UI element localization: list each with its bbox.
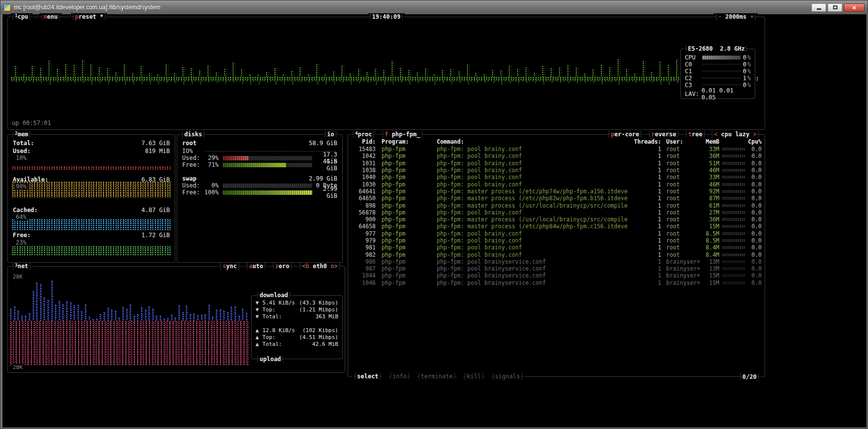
- close-button[interactable]: ×: [844, 3, 865, 12]
- cpu-panel-title[interactable]: 1cpu: [11, 13, 32, 20]
- process-row[interactable]: 982php-fpmphp-fpm: pool brainy.conf1root…: [351, 251, 762, 258]
- download-title: download: [256, 292, 292, 299]
- process-program: php-fpm: [376, 167, 433, 174]
- process-cpu-graph: [722, 190, 745, 193]
- column-memb[interactable]: MemB: [698, 138, 719, 145]
- process-row[interactable]: 1042php-fpmphp-fpm: pool brainy.conf1roo…: [351, 153, 762, 159]
- process-threads: 1: [633, 223, 661, 230]
- process-threads: 1: [633, 244, 661, 251]
- sort-prev-button[interactable]: <: [714, 131, 717, 138]
- process-row[interactable]: 1031php-fpmphp-fpm: pool brainy.conf1roo…: [351, 160, 762, 167]
- process-row[interactable]: 900php-fpmphp-fpm: master process (/usr/…: [351, 216, 762, 223]
- column-threads[interactable]: Threads:: [633, 138, 661, 145]
- process-mem: 33M: [698, 146, 719, 153]
- cpu-core-row: C21%: [685, 75, 751, 81]
- process-mem: 92M: [698, 188, 719, 195]
- download-stat-row: ▼Top:(1.21 Mibps): [256, 306, 338, 313]
- column-program[interactable]: Program:: [376, 138, 433, 145]
- select-button[interactable]: select: [354, 373, 382, 380]
- process-command: php-fpm: pool brainyservice.conf: [433, 258, 633, 265]
- upload-stats: ▲12.8 KiB/s(102 Kibps)▲Top:(4.51 Mibps)▲…: [256, 327, 338, 348]
- tab-tree[interactable]: tree: [684, 131, 707, 138]
- download-stat-label: Top:: [262, 306, 276, 313]
- download-stats: ▼5.41 KiB/s(43.3 Kibps)▼Top:(1.21 Mibps)…: [256, 300, 338, 320]
- process-row[interactable]: 64658php-fpmphp-fpm: master process (/et…: [351, 223, 762, 230]
- memory-panel-title[interactable]: 2mem: [11, 131, 32, 138]
- tab-auto[interactable]: auto: [245, 263, 267, 270]
- column-pid[interactable]: Pid:: [351, 138, 376, 145]
- interval-increase-button[interactable]: +: [750, 13, 754, 20]
- process-row[interactable]: 56878php-fpmphp-fpm: pool brainy.conf1ro…: [351, 209, 762, 216]
- preset-button[interactable]: preset *: [71, 13, 107, 20]
- titlebar[interactable]: mc [root@ub24.itdeveloper.com.ua]:/lib/s…: [0, 0, 868, 14]
- process-row[interactable]: 15483php-fpmphp-fpm: pool brainy.conf1ro…: [351, 146, 762, 153]
- process-row[interactable]: 898php-fpmphp-fpm: master process (/usr/…: [351, 202, 762, 209]
- info-button[interactable]: info: [389, 373, 410, 380]
- process-row[interactable]: 1040php-fpmphp-fpm: pool brainy.conf1roo…: [351, 174, 762, 181]
- core-label: C3: [685, 82, 700, 89]
- process-mem: 36M: [698, 153, 719, 159]
- process-row[interactable]: 977php-fpmphp-fpm: pool brainy.conf1root…: [351, 230, 762, 237]
- process-user: root: [661, 146, 698, 153]
- process-row[interactable]: 1038php-fpmphp-fpm: pool brainy.conf1roo…: [351, 167, 762, 174]
- process-pid: 987: [351, 265, 376, 272]
- process-row[interactable]: 979php-fpmphp-fpm: pool brainy.conf1root…: [351, 237, 762, 244]
- process-row[interactable]: 1046php-fpmphp-fpm: pool brainyservice.c…: [351, 279, 762, 286]
- process-cpu: 0.0: [745, 237, 762, 244]
- process-mem: 61M: [698, 202, 719, 209]
- interface-switcher[interactable]: <b eth0 n>: [298, 263, 342, 270]
- process-command: php-fpm: pool brainy.conf: [433, 174, 633, 181]
- tab-reverse[interactable]: reverse: [647, 131, 680, 138]
- process-table-body: 15483php-fpmphp-fpm: pool brainy.conf1ro…: [351, 146, 762, 369]
- network-panel-title[interactable]: 3net: [11, 263, 32, 270]
- net-scale-bottom: 28K: [12, 364, 24, 371]
- column-command[interactable]: Command:: [433, 138, 633, 145]
- process-command: php-fpm: pool brainy.conf: [433, 230, 633, 237]
- column-cpu[interactable]: Cpu%: [745, 138, 762, 145]
- interval-decrease-button[interactable]: -: [718, 13, 721, 20]
- process-command: php-fpm: pool brainy.conf: [433, 181, 633, 188]
- mem-cached-percent: 64%: [15, 214, 28, 220]
- process-threads: 1: [633, 265, 661, 272]
- tab-per-core[interactable]: per-core: [607, 131, 643, 138]
- column-user[interactable]: User:: [661, 138, 698, 145]
- process-row[interactable]: 64650php-fpmphp-fpm: master process (/et…: [351, 195, 762, 202]
- process-row[interactable]: 64641php-fpmphp-fpm: master process (/et…: [351, 188, 762, 195]
- download-arrow-icon: ▼: [256, 313, 262, 320]
- process-threads: 1: [633, 160, 661, 167]
- tab-sync[interactable]: sync: [219, 263, 241, 270]
- minimize-button[interactable]: [811, 3, 826, 12]
- process-row[interactable]: 986php-fpmphp-fpm: pool brainyservice.co…: [351, 258, 762, 265]
- interval-control[interactable]: - 2000ms +: [714, 13, 758, 20]
- io-mode-button[interactable]: io: [323, 131, 338, 138]
- kill-button[interactable]: kill: [463, 373, 484, 380]
- process-filter-input[interactable]: f php-fpm_: [381, 131, 424, 138]
- disks-panel-title[interactable]: disks: [180, 131, 206, 138]
- process-row[interactable]: 987php-fpmphp-fpm: pool brainyservice.co…: [351, 265, 762, 272]
- process-pid: 981: [351, 244, 376, 251]
- process-row[interactable]: 1044php-fpmphp-fpm: pool brainyservice.c…: [351, 272, 762, 279]
- sort-control[interactable]: < cpu lazy >: [710, 131, 761, 138]
- process-cpu-graph: [722, 148, 745, 151]
- core-value: 0: [743, 68, 746, 75]
- process-tabs: per-corereversetree: [607, 131, 707, 138]
- process-threads: 1: [633, 216, 661, 223]
- signals-button[interactable]: signals: [491, 373, 523, 380]
- process-cpu: 0.0: [745, 209, 762, 216]
- core-label: C2: [685, 75, 700, 82]
- mem-total-value: 7.63 GiB: [141, 140, 170, 147]
- sort-next-button[interactable]: >: [753, 131, 757, 138]
- menu-button[interactable]: menu: [39, 13, 62, 20]
- process-table-header: Pid: Program: Command: Threads: User: Me…: [351, 138, 762, 145]
- process-row[interactable]: 1030php-fpmphp-fpm: pool brainy.conf1roo…: [351, 181, 762, 187]
- process-panel-title[interactable]: 4proc: [351, 131, 376, 138]
- process-program: php-fpm: [376, 237, 433, 244]
- process-program: php-fpm: [376, 251, 433, 258]
- process-pid: 898: [351, 202, 376, 209]
- maximize-button[interactable]: [828, 3, 842, 12]
- tab-zero[interactable]: zero: [271, 263, 293, 270]
- terminate-button[interactable]: terminate: [417, 373, 456, 380]
- process-row[interactable]: 981php-fpmphp-fpm: pool brainy.conf1root…: [351, 244, 762, 251]
- disk-swap-free-row: Free:100% 2.99 GiB: [182, 189, 337, 196]
- download-stat-label: Total:: [262, 313, 282, 320]
